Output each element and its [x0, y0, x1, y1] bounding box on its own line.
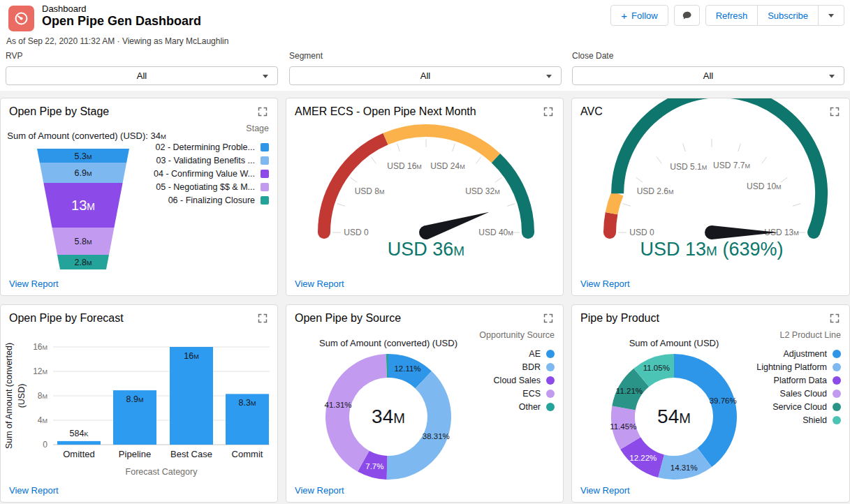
legend-item[interactable]: Lightning Platform	[756, 360, 841, 373]
more-actions-button[interactable]	[818, 5, 844, 26]
legend-item[interactable]: Adjustment	[756, 347, 841, 360]
refresh-button[interactable]: Refresh	[705, 5, 759, 26]
legend-item[interactable]: ECS	[479, 387, 555, 400]
legend-swatch	[546, 390, 555, 398]
view-report-link[interactable]: View Report	[580, 485, 630, 496]
legend-item[interactable]: 05 - Negotiating $$ & M...	[154, 180, 269, 193]
svg-text:USD 32M: USD 32M	[465, 186, 500, 196]
chevron-down-icon	[546, 75, 552, 78]
legend-label: ECS	[522, 389, 541, 399]
chart-title: Sum of Amount (converted) (USD): 34M	[1, 131, 173, 141]
legend-label: Adjustment	[783, 349, 827, 359]
expand-icon[interactable]	[830, 313, 841, 325]
legend-label: 04 - Confirming Value W...	[154, 169, 255, 179]
view-report-link[interactable]: View Report	[9, 485, 59, 496]
svg-text:USD 10M: USD 10M	[747, 181, 782, 191]
svg-text:USD 7.7M: USD 7.7M	[713, 161, 750, 170]
legend-item[interactable]: Platform Data	[756, 373, 841, 387]
svg-text:7.7%: 7.7%	[365, 462, 383, 470]
legend-item[interactable]: 02 - Determining Proble...	[154, 140, 269, 154]
panel-title: Open Pipe by Source	[295, 312, 401, 325]
view-report-link[interactable]: View Report	[295, 279, 344, 289]
svg-text:USD 0: USD 0	[629, 228, 654, 237]
legend-label: Other	[519, 402, 541, 412]
legend-swatch	[833, 403, 841, 411]
expand-icon[interactable]	[543, 313, 555, 325]
record-type-label: Dashboard	[42, 3, 87, 14]
svg-text:Best Case: Best Case	[170, 449, 212, 459]
panel-title: AVC	[580, 105, 603, 118]
legend-swatch	[546, 376, 555, 385]
chart-title: Sum of Amount (USD)	[572, 338, 776, 348]
legend-label: Lightning Platform	[756, 362, 827, 372]
header-actions: + Follow Refresh Subscribe	[610, 5, 844, 26]
legend-swatch	[261, 196, 269, 205]
svg-text:39.76%: 39.76%	[710, 396, 737, 405]
svg-text:14.31%: 14.31%	[671, 464, 698, 472]
subscribe-button[interactable]: Subscribe	[757, 5, 819, 26]
expand-icon[interactable]	[543, 107, 555, 118]
rvp-filter-dropdown[interactable]: All	[6, 66, 278, 85]
expand-icon[interactable]	[830, 107, 841, 118]
expand-icon[interactable]	[258, 107, 269, 118]
chevron-down-icon	[828, 14, 834, 17]
legend-item[interactable]: Service Cloud	[756, 400, 841, 413]
legend-label: Sales Cloud	[780, 389, 827, 399]
dashboard-meta-line: As of Sep 22, 2020 11:32 AM · Viewing as…	[6, 36, 228, 46]
svg-text:USD 5.1M: USD 5.1M	[670, 162, 707, 172]
legend-title: Opportunity Source	[479, 330, 555, 340]
legend-item[interactable]: 04 - Confirming Value W...	[154, 167, 269, 180]
follow-button[interactable]: + Follow	[610, 5, 668, 26]
legend-swatch	[833, 376, 841, 385]
filter-close-date: Close Date All	[572, 51, 844, 85]
legend-label: AE	[529, 349, 541, 359]
legend-item[interactable]: Sales Cloud	[756, 387, 841, 400]
svg-text:USD 36M: USD 36M	[388, 239, 464, 260]
chart-legend: Opportunity SourceAEBDRCloud SalesECSOth…	[479, 330, 555, 413]
svg-text:12M: 12M	[33, 366, 47, 376]
dashboard-app-icon	[8, 6, 34, 31]
legend-item[interactable]: 03 - Validating Benefits ...	[154, 154, 269, 167]
svg-text:USD 2.6M: USD 2.6M	[637, 186, 674, 196]
svg-text:38.31%: 38.31%	[423, 432, 450, 440]
legend-item[interactable]: 06 - Finalizing Closure	[154, 193, 269, 207]
gauge-glyph	[13, 10, 29, 27]
svg-text:USD 16M: USD 16M	[387, 161, 422, 171]
legend-swatch	[833, 363, 841, 371]
svg-text:12.22%: 12.22%	[629, 454, 657, 462]
legend-item[interactable]: Shield	[756, 413, 841, 427]
chart-legend: Stage02 - Determining Proble...03 - Vali…	[154, 124, 269, 207]
legend-swatch	[546, 350, 555, 358]
filter-rvp: RVP All	[6, 51, 278, 85]
legend-label: 06 - Finalizing Closure	[168, 195, 255, 205]
close-date-filter-dropdown[interactable]: All	[572, 66, 844, 85]
bar-chart: 04M8M12M16M584KOmitted8.9MPipeline16MBes…	[1, 305, 278, 503]
panel-amer-ecs-open-pipe-next-month: AMER ECS - Open Pipe Next Month USD 0USD…	[286, 98, 564, 296]
legend-item[interactable]: BDR	[479, 360, 555, 373]
segment-filter-dropdown[interactable]: All	[289, 66, 562, 85]
chevron-down-icon	[263, 75, 268, 78]
filter-label: Close Date	[572, 51, 844, 61]
gauge-chart: USD 0USD 2.6MUSD 5.1MUSD 7.7MUSD 10MUSD …	[572, 98, 850, 296]
svg-text:5.8M: 5.8M	[75, 237, 92, 246]
filter-label: RVP	[6, 51, 278, 61]
view-report-link[interactable]: View Report	[295, 485, 344, 496]
expand-icon[interactable]	[258, 313, 269, 325]
legend-item[interactable]: Cloud Sales	[479, 373, 555, 387]
svg-text:11.45%: 11.45%	[610, 422, 636, 431]
svg-text:12.11%: 12.11%	[394, 364, 420, 373]
svg-text:2.8M: 2.8M	[75, 258, 92, 267]
svg-text:(USD): (USD)	[17, 384, 27, 408]
legend-swatch	[833, 416, 841, 424]
view-report-link[interactable]: View Report	[9, 279, 59, 289]
svg-text:USD 0: USD 0	[344, 228, 369, 237]
legend-item[interactable]: Other	[479, 400, 555, 413]
svg-text:11.21%: 11.21%	[616, 387, 643, 395]
svg-text:54M: 54M	[657, 406, 691, 427]
feed-button[interactable]	[674, 5, 700, 26]
legend-item[interactable]: AE	[479, 347, 555, 360]
panel-title: Open Pipe by Forecast	[9, 312, 124, 325]
panel-pipe-by-product: Pipe by Product Sum of Amount (USD) 39.7…	[571, 304, 850, 503]
panel-open-pipe-by-stage: Open Pipe by Stage Sum of Amount (conver…	[0, 98, 278, 296]
view-report-link[interactable]: View Report	[580, 279, 630, 289]
